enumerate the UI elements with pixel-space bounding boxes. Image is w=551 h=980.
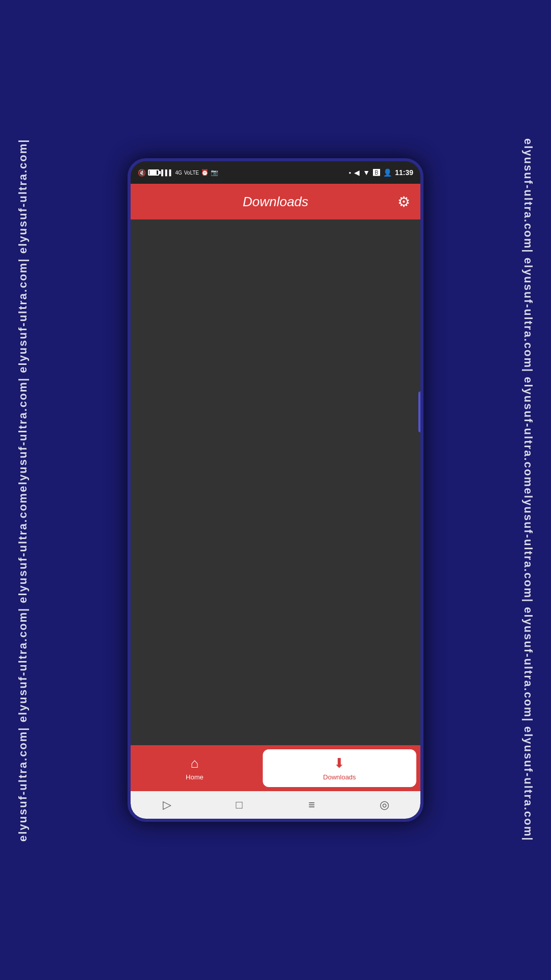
system-nav-bar: ▷ □ ≡ ◎ — [131, 791, 420, 819]
main-content — [131, 219, 420, 745]
phone-frame: 🔇 ▌▌▌ 4G VoLTE ⏰ 📷 ● ◀ ▼ 🅱 👤 11:39 D — [128, 158, 423, 822]
status-right: ● ◀ ▼ 🅱 👤 11:39 — [348, 168, 413, 177]
wifi-icon: ▼ — [363, 168, 370, 177]
page-title: Downloads — [243, 194, 309, 210]
volte-icon: VoLTE — [184, 170, 199, 176]
app-icon: 🅱 — [373, 168, 380, 177]
circle-button[interactable]: ◎ — [375, 796, 393, 814]
location-icon: ◀ — [354, 168, 360, 177]
downloads-label: Downloads — [323, 773, 356, 781]
scrollbar[interactable] — [418, 391, 422, 432]
watermark-right: elyusuf-ultra.com| elyusuf-ultra.com| el… — [505, 0, 551, 980]
network-type: 4G — [175, 170, 182, 176]
recents-button[interactable]: ≡ — [303, 796, 321, 814]
status-left: 🔇 ▌▌▌ 4G VoLTE ⏰ 📷 — [138, 169, 218, 177]
back-button[interactable]: ▷ — [158, 796, 176, 814]
user-icon: 👤 — [383, 168, 392, 177]
nav-item-home[interactable]: ⌂ Home — [131, 745, 259, 791]
watermark-left: elyusuf-ultra.com| elyusuf-ultra.com| el… — [0, 0, 46, 980]
volume-icon: 🔇 — [138, 169, 146, 177]
settings-button[interactable]: ⚙ — [397, 193, 410, 210]
bottom-nav: ⌂ Home ⬇ Downloads — [131, 745, 420, 791]
battery-indicator — [148, 169, 159, 176]
nav-item-downloads[interactable]: ⬇ Downloads — [263, 749, 416, 787]
download-icon: ⬇ — [334, 755, 345, 771]
phone-screen: 🔇 ▌▌▌ 4G VoLTE ⏰ 📷 ● ◀ ▼ 🅱 👤 11:39 D — [131, 161, 420, 819]
home-label: Home — [186, 773, 204, 781]
home-button[interactable]: □ — [230, 796, 248, 814]
home-icon: ⌂ — [191, 755, 199, 771]
signal-icon: ▌▌▌ — [161, 169, 173, 176]
alarm-icon: ⏰ — [201, 169, 209, 176]
screen-icon: 📷 — [211, 169, 218, 176]
dot-icon: ● — [348, 170, 351, 175]
app-header: Downloads ⚙ — [131, 184, 420, 219]
time-display: 11:39 — [395, 168, 413, 177]
status-bar: 🔇 ▌▌▌ 4G VoLTE ⏰ 📷 ● ◀ ▼ 🅱 👤 11:39 — [131, 161, 420, 184]
